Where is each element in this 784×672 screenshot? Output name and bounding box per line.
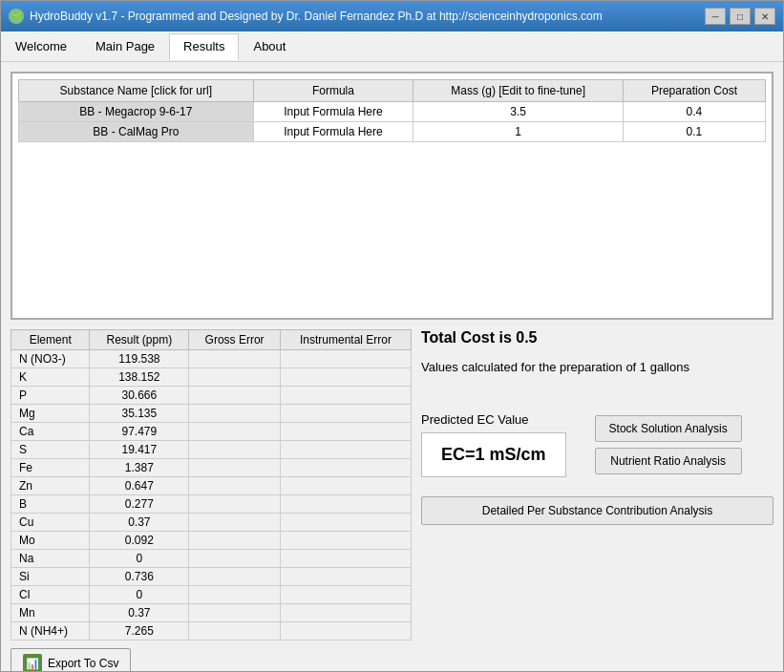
- result-cell: 138.152: [90, 368, 189, 387]
- menu-tab-main-page[interactable]: Main Page: [81, 33, 169, 59]
- element-cell: Mn: [11, 604, 90, 622]
- element-table-container: Element Result (ppm) Gross Error Instrum…: [11, 329, 412, 671]
- nutrient-ratio-button[interactable]: Nutrient Ratio Analysis: [595, 448, 742, 474]
- substance-table-wrapper: Substance Name [click for url] Formula M…: [11, 72, 773, 320]
- table-row: K 138.152: [11, 368, 412, 387]
- instrumental-cell: [281, 441, 412, 459]
- gross-cell: [189, 368, 281, 387]
- instrumental-cell: [281, 568, 412, 586]
- menu-tab-results[interactable]: Results: [169, 33, 239, 60]
- main-content: Substance Name [click for url] Formula M…: [1, 62, 783, 671]
- gross-cell: [189, 514, 281, 532]
- export-icon: 📊: [23, 654, 42, 671]
- minimize-button[interactable]: ─: [705, 8, 726, 25]
- element-cell: B: [11, 495, 90, 514]
- gross-cell: [189, 405, 281, 423]
- element-cell: Na: [11, 550, 90, 568]
- result-cell: 0.37: [90, 514, 189, 532]
- table-row: P 30.666: [11, 387, 412, 405]
- instrumental-cell: [281, 387, 412, 405]
- result-cell: 0.37: [90, 604, 189, 622]
- result-cell: 0.736: [90, 568, 189, 586]
- result-cell: 35.135: [90, 405, 189, 423]
- table-row: Ca 97.479: [11, 423, 412, 441]
- element-cell: N (NH4+): [11, 622, 90, 640]
- result-cell: 0.647: [90, 477, 189, 495]
- instrumental-cell: [281, 586, 412, 604]
- detailed-analysis-button[interactable]: Detailed Per Substance Contribution Anal…: [421, 496, 773, 525]
- window-controls: ─ □ ✕: [705, 8, 775, 25]
- instrumental-cell: [281, 550, 412, 568]
- element-cell: Mo: [11, 532, 90, 550]
- right-panel: Total Cost is 0.5 Values calculated for …: [421, 329, 773, 671]
- app-title: HydroBuddy v1.7 - Programmed and Designe…: [30, 10, 603, 23]
- gross-cell: [189, 568, 281, 586]
- col-mass: Mass (g) [Edit to fine-tune]: [413, 80, 624, 102]
- title-bar-left: 🌱 HydroBuddy v1.7 - Programmed and Desig…: [9, 9, 603, 24]
- result-cell: 19.417: [90, 441, 189, 459]
- instrumental-cell: [281, 477, 412, 495]
- cost-cell: 0.4: [623, 102, 765, 122]
- instrumental-cell: [281, 622, 412, 640]
- instrumental-cell: [281, 368, 412, 387]
- element-cell: Fe: [11, 459, 90, 477]
- table-row: Cl 0: [11, 586, 412, 604]
- instrumental-cell: [281, 604, 412, 622]
- result-cell: 1.387: [90, 459, 189, 477]
- gross-cell: [189, 350, 281, 368]
- table-row: BB - Megacrop 9-6-17 Input Formula Here …: [19, 102, 766, 122]
- table-row: Mn 0.37: [11, 604, 412, 622]
- ec-label: Predicted EC Value: [421, 412, 566, 427]
- gross-cell: [189, 477, 281, 495]
- instrumental-cell: [281, 350, 412, 368]
- substance-name-cell[interactable]: BB - CalMag Pro: [19, 122, 254, 142]
- mass-cell[interactable]: 1: [413, 122, 624, 142]
- menu-tab-about[interactable]: About: [239, 33, 300, 59]
- menu-tab-welcome[interactable]: Welcome: [1, 33, 81, 59]
- export-label: Export To Csv: [48, 657, 118, 670]
- gross-cell: [189, 495, 281, 514]
- element-cell: Ca: [11, 423, 90, 441]
- table-row: BB - CalMag Pro Input Formula Here 1 0.1: [19, 122, 766, 142]
- table-row: N (NH4+) 7.265: [11, 622, 412, 640]
- app-icon: 🌱: [9, 9, 24, 24]
- gross-cell: [189, 604, 281, 622]
- ec-section: Predicted EC Value EC=1 mS/cm Stock Solu…: [421, 412, 773, 477]
- table-row: S 19.417: [11, 441, 412, 459]
- result-cell: 97.479: [90, 423, 189, 441]
- gross-cell: [189, 423, 281, 441]
- element-cell: Si: [11, 568, 90, 586]
- element-cell: K: [11, 368, 90, 387]
- analysis-buttons: Stock Solution Analysis Nutrient Ratio A…: [595, 415, 742, 474]
- table-row: Mg 35.135: [11, 405, 412, 423]
- col-instrumental: Instrumental Error: [281, 330, 412, 350]
- total-cost-label: Total Cost is 0.5: [421, 329, 773, 346]
- mass-cell[interactable]: 3.5: [413, 102, 624, 122]
- col-cost: Preparation Cost: [623, 80, 765, 102]
- substance-name-cell[interactable]: BB - Megacrop 9-6-17: [19, 102, 254, 122]
- element-cell: N (NO3-): [11, 350, 90, 368]
- table-row: B 0.277: [11, 495, 412, 514]
- gross-cell: [189, 586, 281, 604]
- table-row: Mo 0.092: [11, 532, 412, 550]
- instrumental-cell: [281, 405, 412, 423]
- element-cell: Cl: [11, 586, 90, 604]
- result-cell: 7.265: [90, 622, 189, 640]
- maximize-button[interactable]: □: [730, 8, 751, 25]
- col-substance-name: Substance Name [click for url]: [19, 80, 254, 102]
- instrumental-cell: [281, 514, 412, 532]
- gross-cell: [189, 387, 281, 405]
- stock-solution-button[interactable]: Stock Solution Analysis: [595, 415, 742, 442]
- col-formula: Formula: [253, 80, 413, 102]
- table-row: Fe 1.387: [11, 459, 412, 477]
- result-cell: 0: [90, 586, 189, 604]
- element-cell: Mg: [11, 405, 90, 423]
- title-bar: 🌱 HydroBuddy v1.7 - Programmed and Desig…: [1, 1, 783, 32]
- gross-cell: [189, 532, 281, 550]
- result-cell: 30.666: [90, 387, 189, 405]
- gross-cell: [189, 622, 281, 640]
- table-row: Cu 0.37: [11, 514, 412, 532]
- close-button[interactable]: ✕: [754, 8, 775, 25]
- col-element: Element: [11, 330, 90, 350]
- export-csv-button[interactable]: 📊 Export To Csv: [11, 648, 131, 671]
